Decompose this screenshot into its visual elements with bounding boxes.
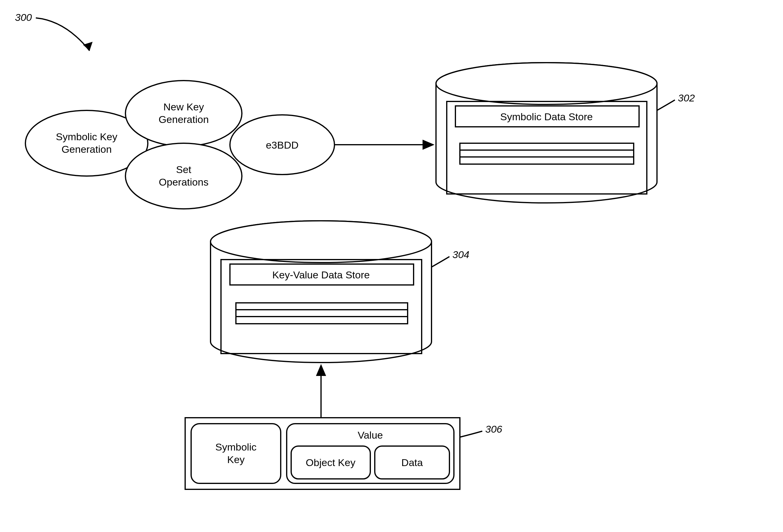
svg-point-7 (436, 63, 657, 104)
db-symbolic: Symbolic Data Store (436, 63, 657, 203)
svg-point-14 (211, 221, 432, 263)
svg-marker-5 (422, 140, 435, 150)
ref-306: 306 (460, 423, 502, 437)
record-value-label: Value (358, 429, 383, 441)
arrow-e3bdd-to-symbolic-db (335, 140, 435, 150)
ref-302: 302 (657, 92, 695, 110)
ref-300-arrow-path (36, 18, 90, 51)
ellipse-symbolic-key-gen-line1: Symbolic Key (56, 131, 117, 142)
ref-302-label: 302 (678, 92, 695, 103)
svg-point-1 (125, 80, 242, 146)
record-block: Symbolic Key Value Object Key Data (185, 418, 460, 489)
ellipse-set-ops-line1: Set (176, 164, 191, 175)
ellipse-new-key-gen-line1: New Key (163, 101, 204, 112)
ref-304: 304 (432, 249, 469, 267)
record-data-label: Data (401, 457, 423, 468)
svg-marker-21 (316, 364, 326, 376)
ellipse-e3bdd-label: e3BDD (266, 139, 299, 151)
ellipse-set-ops: Set Operations (125, 143, 242, 209)
db-kv: Key-Value Data Store (211, 221, 432, 363)
record-symkey-line2: Key (227, 454, 245, 465)
record-objkey-label: Object Key (306, 457, 355, 468)
ref-304-label: 304 (452, 249, 469, 260)
arrow-record-to-kv-db (316, 364, 326, 418)
db-symbolic-title: Symbolic Data Store (500, 111, 593, 122)
ellipse-cluster: Symbolic Key Generation New Key Generati… (25, 80, 335, 209)
ellipse-e3bdd: e3BDD (230, 115, 335, 174)
ellipse-new-key-gen-line2: Generation (159, 114, 209, 125)
ellipse-symbolic-key-gen-line2: Generation (62, 143, 112, 155)
svg-rect-23 (191, 424, 281, 484)
ellipse-set-ops-line2: Operations (159, 176, 209, 188)
record-symkey-line1: Symbolic (215, 441, 256, 453)
db-kv-title: Key-Value Data Store (272, 269, 370, 280)
svg-point-2 (125, 143, 242, 209)
ref-300-label: 300 (15, 12, 32, 23)
ellipse-new-key-gen: New Key Generation (125, 80, 242, 146)
ref-306-label: 306 (485, 423, 502, 435)
